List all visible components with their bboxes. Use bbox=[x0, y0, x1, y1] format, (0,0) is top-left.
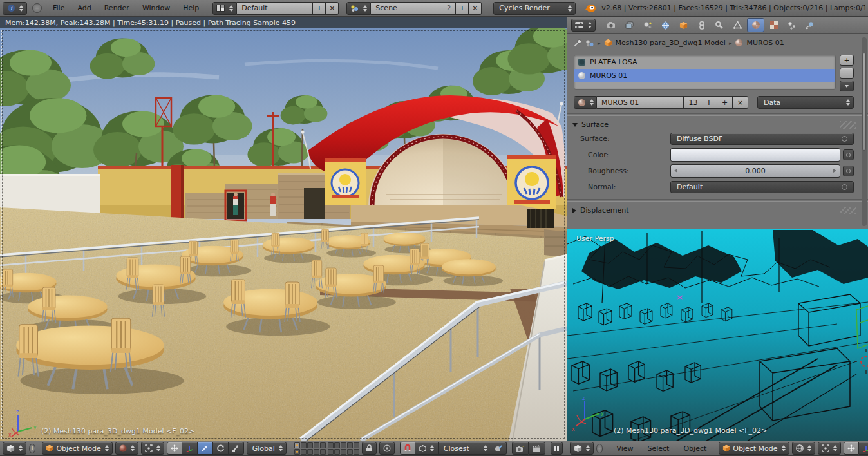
mode-select[interactable]: Object Mode bbox=[719, 442, 789, 455]
viewport-shading-select[interactable] bbox=[115, 442, 138, 455]
tab-material[interactable] bbox=[747, 18, 764, 32]
opengl-render-button[interactable] bbox=[512, 442, 529, 455]
pivot-select[interactable] bbox=[818, 442, 841, 455]
snap-target-select[interactable]: Closest bbox=[439, 442, 491, 455]
layer-9[interactable] bbox=[347, 442, 353, 448]
editor-type-button[interactable]: i bbox=[3, 2, 27, 15]
editor-type-button-3dview[interactable] bbox=[570, 442, 594, 455]
snap-align-button[interactable] bbox=[491, 442, 507, 455]
menu-add[interactable]: Add bbox=[71, 4, 97, 12]
scene-name-field[interactable]: 2 bbox=[371, 2, 456, 15]
tab-constraints[interactable] bbox=[693, 18, 710, 32]
axis-cross-button[interactable] bbox=[859, 442, 868, 455]
material-specials-button[interactable] bbox=[840, 81, 854, 91]
tab-render-layers[interactable] bbox=[621, 18, 638, 32]
orientation-select[interactable]: Global bbox=[247, 442, 287, 455]
layer-16[interactable] bbox=[328, 449, 334, 455]
scene-browse-button[interactable] bbox=[346, 2, 371, 15]
delete-screen-layout-button[interactable]: × bbox=[326, 2, 339, 15]
screen-layout-browse-button[interactable] bbox=[212, 2, 237, 15]
editor-type-button-properties[interactable] bbox=[571, 19, 596, 32]
tab-modifiers[interactable] bbox=[711, 18, 728, 32]
add-scene-button[interactable]: + bbox=[456, 2, 469, 15]
layer-5[interactable] bbox=[320, 442, 326, 448]
add-screen-layout-button[interactable]: + bbox=[313, 2, 326, 15]
normal-select[interactable]: Default bbox=[670, 181, 854, 193]
layer-8[interactable] bbox=[341, 442, 346, 448]
collapse-menus-button[interactable]: − bbox=[32, 3, 42, 13]
tab-particles[interactable] bbox=[783, 18, 800, 32]
rotate-manipulator-button[interactable] bbox=[213, 442, 229, 455]
slider-left-arrow[interactable] bbox=[674, 169, 677, 173]
tab-world[interactable] bbox=[657, 18, 674, 32]
render-engine-select[interactable]: Cycles Render bbox=[493, 2, 576, 15]
pivot-select[interactable] bbox=[141, 442, 164, 455]
scrollbar-thumb[interactable] bbox=[862, 53, 866, 151]
snap-toggle-button[interactable] bbox=[400, 442, 415, 455]
delete-scene-button[interactable]: × bbox=[469, 2, 482, 15]
tab-object[interactable] bbox=[675, 18, 692, 32]
breadcrumb-material[interactable]: MUROS 01 bbox=[746, 39, 784, 47]
tab-texture[interactable] bbox=[765, 18, 782, 32]
viewport-shading-select[interactable] bbox=[792, 442, 815, 455]
layer-2[interactable] bbox=[301, 442, 307, 448]
material-link-select[interactable]: Data bbox=[757, 96, 854, 109]
layer-17[interactable] bbox=[334, 449, 340, 455]
material-name-field[interactable] bbox=[597, 96, 684, 109]
roughness-socket-button[interactable] bbox=[843, 166, 854, 176]
panel-drag-widget[interactable] bbox=[840, 121, 856, 129]
layer-13[interactable] bbox=[307, 449, 313, 455]
tab-physics[interactable] bbox=[801, 18, 818, 32]
remove-material-slot-button[interactable]: − bbox=[840, 68, 854, 79]
tab-scene[interactable] bbox=[639, 18, 656, 32]
layer-3[interactable] bbox=[307, 442, 313, 448]
layer-10[interactable] bbox=[354, 442, 359, 448]
layer-20[interactable] bbox=[354, 449, 359, 455]
layer-12[interactable] bbox=[301, 449, 307, 455]
editor-type-button-3dview[interactable] bbox=[3, 442, 26, 455]
panel-drag-widget[interactable] bbox=[840, 207, 856, 214]
browse-material-button[interactable] bbox=[574, 96, 597, 109]
menu-window[interactable]: Window bbox=[137, 4, 176, 12]
pin-icon[interactable] bbox=[574, 39, 582, 47]
material-slot-list[interactable]: PLATEA LOSA MUROS 01 bbox=[574, 55, 836, 90]
menu-object[interactable]: Object bbox=[677, 444, 712, 453]
layer-1[interactable] bbox=[294, 442, 300, 448]
slider-right-arrow[interactable] bbox=[833, 169, 836, 173]
layer-18[interactable] bbox=[341, 449, 346, 455]
proportional-edit-button[interactable] bbox=[379, 442, 395, 455]
material-slot-muros-01[interactable]: MUROS 01 bbox=[574, 69, 835, 82]
material-slot-platea-losa[interactable]: PLATEA LOSA bbox=[574, 55, 835, 69]
fake-user-button[interactable]: F bbox=[703, 96, 717, 109]
color-swatch[interactable] bbox=[670, 148, 840, 162]
surface-shader-select[interactable]: Diffuse BSDF bbox=[670, 133, 854, 145]
wireframe-viewport[interactable]: z y x User Persp (2) Mesh130 para_3D_dwg… bbox=[567, 229, 868, 441]
breadcrumb-object[interactable]: Mesh130 para_3D_dwg1 Model bbox=[616, 39, 726, 47]
add-material-slot-button[interactable]: + bbox=[840, 55, 854, 66]
menu-view[interactable]: View bbox=[610, 444, 639, 453]
layer-19[interactable] bbox=[347, 449, 353, 455]
node-breadcrumb-icon[interactable] bbox=[585, 39, 594, 47]
material-name-input[interactable] bbox=[600, 99, 680, 107]
tab-render[interactable] bbox=[603, 18, 620, 32]
color-socket-button[interactable] bbox=[843, 149, 854, 160]
screen-layout-name-field[interactable] bbox=[237, 2, 313, 15]
pause-render-button[interactable] bbox=[551, 442, 563, 455]
layer-6[interactable] bbox=[328, 442, 334, 448]
scale-manipulator-button[interactable] bbox=[229, 442, 244, 455]
tab-object-data[interactable] bbox=[729, 18, 746, 32]
layer-15[interactable] bbox=[320, 449, 326, 455]
snap-element-select[interactable] bbox=[415, 442, 439, 455]
menu-help[interactable]: Help bbox=[177, 4, 205, 12]
layer-11[interactable] bbox=[294, 449, 300, 455]
menu-render[interactable]: Render bbox=[99, 4, 135, 12]
axis-cross-button[interactable] bbox=[182, 442, 198, 455]
opengl-anim-button[interactable] bbox=[529, 442, 545, 455]
new-material-button[interactable]: + bbox=[717, 96, 733, 109]
render-viewport[interactable]: Mem:142.38M, Peak:143.28M | Time:45:31.1… bbox=[0, 17, 568, 441]
properties-scrollbar[interactable] bbox=[862, 37, 867, 226]
manipulator-toggle[interactable] bbox=[167, 442, 182, 455]
unlink-material-button[interactable]: × bbox=[733, 96, 748, 109]
menu-select[interactable]: Select bbox=[642, 444, 675, 453]
layers-widget[interactable] bbox=[294, 442, 359, 455]
